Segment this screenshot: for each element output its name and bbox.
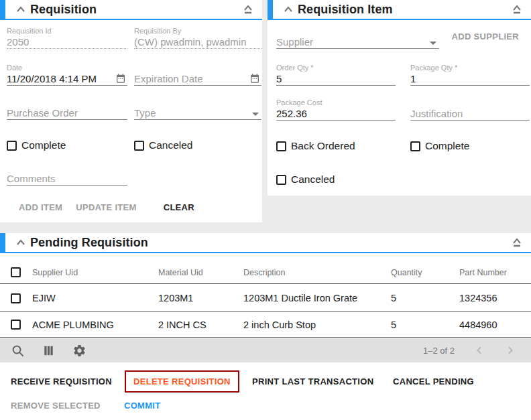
complete-checkbox[interactable] [7,141,17,151]
canceled-checkbox-row[interactable]: Canceled [134,139,193,151]
chevron-up-icon [16,6,25,13]
requisition-id-value: 2050 [7,36,127,48]
justification-placeholder[interactable]: Justification [410,108,530,119]
expiration-date-field[interactable]: Expiration Date [134,64,261,86]
item-complete-checkbox[interactable] [410,141,420,151]
delete-requisition-highlight-box: DELETE REQUISITION [125,370,239,393]
requisition-by-label: Requisition By [134,27,261,36]
receive-requisition-button[interactable]: RECEIVE REQUISITION [11,376,112,387]
update-item-button[interactable]: UPDATE ITEM [76,202,136,212]
back-ordered-checkbox-row[interactable]: Back Ordered [276,140,355,152]
table-row[interactable]: ACME PLUMBING 2 INCH CS 2 inch Curb Stop… [0,312,531,338]
cell-supplier-uid: ACME PLUMBING [32,320,158,330]
date-label: Date [7,64,127,72]
item-complete-checkbox-row[interactable]: Complete [410,140,469,152]
add-supplier-button[interactable]: ADD SUPPLIER [452,31,519,42]
cell-quantity: 5 [391,320,459,330]
cell-material-uid: 2 INCH CS [158,320,243,330]
chevron-up-icon [16,239,25,246]
requisition-buttons: ADD ITEM UPDATE ITEM CLEAR [19,202,194,212]
print-last-transaction-button[interactable]: PRINT LAST TRANSACTION [252,376,373,387]
cell-material-uid: 1203M1 [158,293,243,303]
requisition-by-field: Requisition By (CW) pwadmin, pwadmin [134,27,261,49]
column-header-quantity[interactable]: Quantity [391,268,459,277]
package-qty-field[interactable]: Package Qty * 1 [410,64,530,86]
order-qty-field[interactable]: Order Qty * 5 [276,64,396,86]
package-qty-value[interactable]: 1 [410,73,530,84]
remove-selected-button[interactable]: REMOVE SELECTED [11,401,101,411]
column-header-description[interactable]: Description [243,268,391,277]
complete-checkbox-label: Complete [21,139,66,151]
collapse-panel-icon[interactable] [242,4,254,15]
pending-panel-header[interactable]: Pending Requisition [0,233,531,253]
table-toolbar: 1–2 of 2 [0,338,531,362]
supplier-field[interactable]: Supplier [276,27,439,49]
package-qty-label: Package Qty * [410,64,530,72]
item-canceled-checkbox-label: Canceled [291,173,335,186]
chevron-down-icon[interactable] [252,113,259,116]
panel-accent-bar [268,0,273,20]
back-ordered-checkbox-label: Back Ordered [291,140,355,152]
canceled-checkbox-label: Canceled [149,139,193,151]
cell-description: 2 inch Curb Stop [243,320,391,330]
requisition-id-field: Requisition Id 2050 [7,27,127,49]
supplier-placeholder[interactable]: Supplier [276,36,430,48]
commit-button[interactable]: COMMIT [124,401,161,411]
delete-requisition-button[interactable]: DELETE REQUISITION [133,376,231,387]
chevron-left-icon[interactable] [473,344,485,356]
panel-title: Requisition Item [298,3,393,17]
collapse-panel-icon[interactable] [511,4,523,15]
collapse-panel-icon[interactable] [511,237,523,248]
type-placeholder[interactable]: Type [134,107,252,119]
row-checkbox[interactable] [11,293,21,303]
chevron-down-icon[interactable] [430,42,436,45]
table-header-row: Supplier Uid Material Uid Description Qu… [0,261,531,284]
add-item-button[interactable]: ADD ITEM [19,202,62,212]
date-value[interactable]: 11/20/2018 4:14 PM [7,73,115,84]
column-header-material-uid[interactable]: Material Uid [158,268,243,277]
select-all-checkbox[interactable] [11,267,21,277]
pending-requisition-panel: Pending Requisition Supplier Uid Materia… [0,233,531,420]
order-qty-value[interactable]: 5 [276,73,396,84]
calendar-icon[interactable] [115,73,126,84]
order-qty-label: Order Qty * [276,64,396,72]
canceled-checkbox[interactable] [134,141,144,151]
table-row[interactable]: EJIW 1203M1 1203M1 Ductile Iron Grate 5 … [0,285,531,312]
columns-icon[interactable] [42,344,55,357]
cell-part-number: 4484960 [459,320,531,330]
purchase-order-placeholder[interactable]: Purchase Order [7,107,127,119]
type-field[interactable]: Type [134,98,261,120]
purchase-order-field[interactable]: Purchase Order [7,98,127,120]
chevron-right-icon[interactable] [504,344,516,356]
requisition-item-panel-header[interactable]: Requisition Item [268,0,531,20]
package-cost-value[interactable]: 252.36 [276,108,396,119]
pagination-range: 1–2 of 2 [423,346,455,356]
calendar-icon[interactable] [249,73,260,84]
back-ordered-checkbox[interactable] [276,141,286,151]
item-complete-checkbox-label: Complete [425,140,469,152]
panel-title: Pending Requisition [30,236,148,250]
panel-title: Requisition [30,3,97,17]
requisition-by-value: (CW) pwadmin, pwadmin [134,36,261,48]
date-field[interactable]: Date 11/20/2018 4:14 PM [7,64,127,86]
cancel-pending-button[interactable]: CANCEL PENDING [393,376,474,387]
item-canceled-checkbox[interactable] [276,175,286,185]
column-header-supplier-uid[interactable]: Supplier Uid [32,268,158,277]
cell-part-number: 1324356 [459,293,531,303]
comments-field[interactable]: Comments [7,163,127,186]
search-icon[interactable] [11,344,25,358]
cell-supplier-uid: EJIW [32,293,158,303]
package-cost-field[interactable]: Package Cost 252.36 [276,98,396,121]
item-canceled-checkbox-row[interactable]: Canceled [276,173,335,186]
expiration-date-placeholder[interactable]: Expiration Date [134,73,249,84]
gear-icon[interactable] [72,344,86,358]
justification-field[interactable]: Justification [410,98,530,121]
complete-checkbox-row[interactable]: Complete [7,139,66,151]
clear-button[interactable]: CLEAR [164,202,194,212]
comments-placeholder[interactable]: Comments [7,173,127,184]
cell-quantity: 5 [391,293,459,303]
row-checkbox[interactable] [11,320,21,330]
requisition-id-label: Requisition Id [7,27,127,36]
requisition-panel-header[interactable]: Requisition [0,0,262,20]
column-header-part-number[interactable]: Part Number [459,268,531,277]
